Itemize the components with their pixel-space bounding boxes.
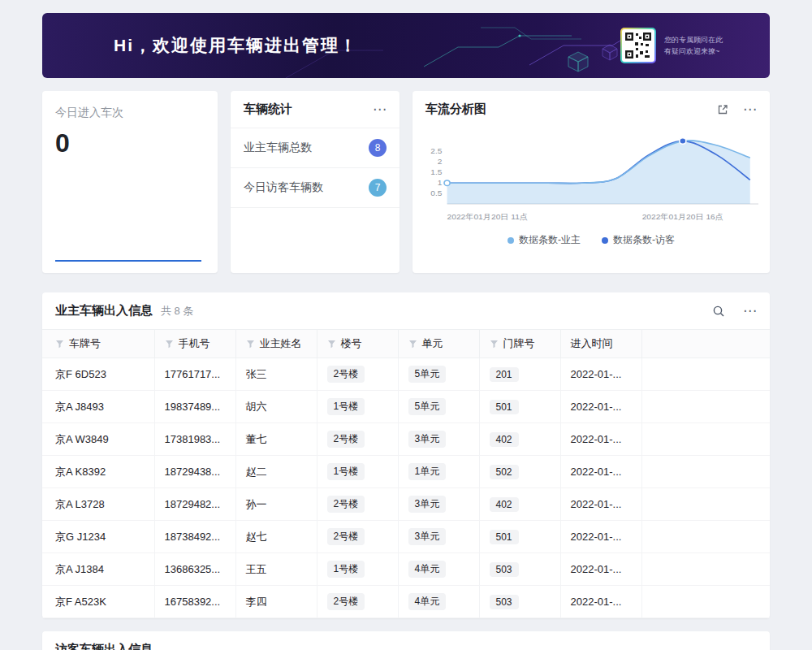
accent-underline xyxy=(55,260,201,262)
cell-name: 孙一 xyxy=(235,488,317,521)
qr-frame xyxy=(620,28,656,63)
today-entry-label: 今日进入车次 xyxy=(55,106,205,120)
cell-plate: 京A L3728 xyxy=(42,488,154,521)
filter-icon[interactable] xyxy=(327,340,336,349)
cell-name: 胡六 xyxy=(235,391,317,423)
cell-phone: 19837489... xyxy=(154,391,235,423)
cell-plate: 京A K8392 xyxy=(42,456,154,488)
svg-text:1.5: 1.5 xyxy=(430,168,443,177)
chart-legend: 数据条数-业主 数据条数-访客 xyxy=(422,233,760,247)
cell-phone: 18729482... xyxy=(154,488,235,521)
top-cards-row: 今日进入车次 0 车辆统计 ⋯ 业主车辆总数 8 今日访客车辆数 7 车流分析图 xyxy=(42,91,770,273)
tag: 4单元 xyxy=(408,593,447,610)
tag: 2号楼 xyxy=(327,528,365,545)
owner-table-count: 共 8 条 xyxy=(161,304,193,318)
cell-plate: 京A J1384 xyxy=(42,553,154,586)
cell-door: 402 xyxy=(479,488,560,521)
today-entry-card: 今日进入车次 0 xyxy=(42,91,218,273)
legend-item-visitor[interactable]: 数据条数-访客 xyxy=(602,233,675,247)
qr-caption-line2: 有疑问欢迎来撩~ xyxy=(664,46,723,57)
owner-table: 车牌号 手机号 业主姓名 楼号 单元 门牌号 进入时间 京F 6D5231776… xyxy=(42,329,770,618)
cell-plate: 京A J8493 xyxy=(42,391,154,423)
export-icon[interactable] xyxy=(717,104,728,115)
tag: 402 xyxy=(490,497,519,512)
col-header-owner-name[interactable]: 业主姓名 xyxy=(235,330,317,358)
cell-plate: 京A W3849 xyxy=(42,423,154,456)
legend-item-owner[interactable]: 数据条数-业主 xyxy=(508,233,581,247)
svg-text:2022年01月20日 16点: 2022年01月20日 16点 xyxy=(642,212,723,221)
cell-spacer xyxy=(641,358,770,391)
cell-name: 张三 xyxy=(235,358,317,391)
tag: 2号楼 xyxy=(327,593,365,610)
cell-building: 2号楼 xyxy=(317,423,398,456)
col-header-unit[interactable]: 单元 xyxy=(398,330,479,358)
table-row: 京A W384917381983...董七2号楼3单元4022022-01-..… xyxy=(42,423,770,456)
filter-icon[interactable] xyxy=(408,340,417,349)
tag: 2号楼 xyxy=(327,431,365,448)
tag: 5单元 xyxy=(408,366,447,383)
qr-caption: 您的专属顾问在此 有疑问欢迎来撩~ xyxy=(664,34,723,58)
traffic-chart-title: 车流分析图 xyxy=(425,102,486,117)
col-header-entry-time[interactable]: 进入时间 xyxy=(560,330,641,358)
cell-time: 2022-01-... xyxy=(560,488,641,521)
cell-building: 1号楼 xyxy=(317,553,398,586)
svg-text:1: 1 xyxy=(438,178,443,187)
dashboard: Hi，欢迎使用车辆进出管理！ xyxy=(0,0,812,650)
stat-item-label: 今日访客车辆数 xyxy=(244,180,323,195)
cell-door: 201 xyxy=(479,358,560,391)
cell-plate: 京G J1234 xyxy=(42,521,154,553)
cell-time: 2022-01-... xyxy=(560,423,641,456)
cell-spacer xyxy=(641,521,770,553)
filter-icon[interactable] xyxy=(490,340,499,349)
tag: 201 xyxy=(490,367,519,382)
welcome-banner: Hi，欢迎使用车辆进出管理！ xyxy=(42,13,770,78)
col-header-plate[interactable]: 车牌号 xyxy=(42,330,154,358)
traffic-chart-card: 车流分析图 ⋯ 0.511.522.52022年01月20日 11点2022年0… xyxy=(412,91,770,273)
filter-icon[interactable] xyxy=(165,340,174,349)
stat-item-label: 业主车辆总数 xyxy=(244,141,312,155)
tag: 4单元 xyxy=(408,561,447,578)
cell-spacer xyxy=(641,456,770,488)
more-icon[interactable]: ⋯ xyxy=(373,102,387,116)
cell-unit: 3单元 xyxy=(398,488,479,521)
cell-building: 2号楼 xyxy=(317,586,398,618)
filter-icon[interactable] xyxy=(55,340,64,349)
table-row: 京F A523K16758392...李四2号楼4单元5032022-01-..… xyxy=(42,586,770,618)
svg-text:0.5: 0.5 xyxy=(430,188,443,197)
count-badge: 8 xyxy=(369,139,387,157)
tag: 503 xyxy=(490,562,519,577)
cell-time: 2022-01-... xyxy=(560,358,641,391)
cell-name: 赵二 xyxy=(235,456,317,488)
tag: 3单元 xyxy=(408,528,447,545)
table-header-row: 车牌号 手机号 业主姓名 楼号 单元 门牌号 进入时间 xyxy=(42,330,770,358)
cell-time: 2022-01-... xyxy=(560,391,641,423)
cell-unit: 5单元 xyxy=(398,358,479,391)
tag: 2号楼 xyxy=(327,496,365,513)
table-row: 京A L372818729482...孙一2号楼3单元4022022-01-..… xyxy=(42,488,770,521)
cell-name: 赵七 xyxy=(235,521,317,553)
cell-name: 王五 xyxy=(235,553,317,586)
visitor-table-card: 访客车辆出入信息 截屏 xyxy=(42,631,770,650)
cell-spacer xyxy=(641,553,770,586)
cell-spacer xyxy=(641,586,770,618)
tag: 5单元 xyxy=(408,398,447,415)
tag: 402 xyxy=(490,432,519,447)
legend-label: 数据条数-业主 xyxy=(519,233,581,247)
tag: 501 xyxy=(490,530,519,544)
more-icon[interactable]: ⋯ xyxy=(743,102,757,116)
legend-dot xyxy=(602,237,608,244)
col-header-building[interactable]: 楼号 xyxy=(317,330,398,358)
more-icon[interactable]: ⋯ xyxy=(743,304,757,318)
vehicle-stats-card: 车辆统计 ⋯ 业主车辆总数 8 今日访客车辆数 7 xyxy=(231,91,400,273)
cell-phone: 17761717... xyxy=(154,358,235,391)
search-icon[interactable] xyxy=(712,305,725,318)
cell-name: 李四 xyxy=(235,586,317,618)
qr-area: 您的专属顾问在此 有疑问欢迎来撩~ xyxy=(620,28,723,63)
col-header-phone[interactable]: 手机号 xyxy=(154,330,235,358)
table-row: 京G J123418738492...赵七2号楼3单元5012022-01-..… xyxy=(42,521,770,553)
col-header-door[interactable]: 门牌号 xyxy=(479,330,560,358)
cell-phone: 16758392... xyxy=(154,586,235,618)
filter-icon[interactable] xyxy=(246,340,255,349)
stat-item-owner-total: 业主车辆总数 8 xyxy=(231,128,400,168)
cell-time: 2022-01-... xyxy=(560,553,641,586)
